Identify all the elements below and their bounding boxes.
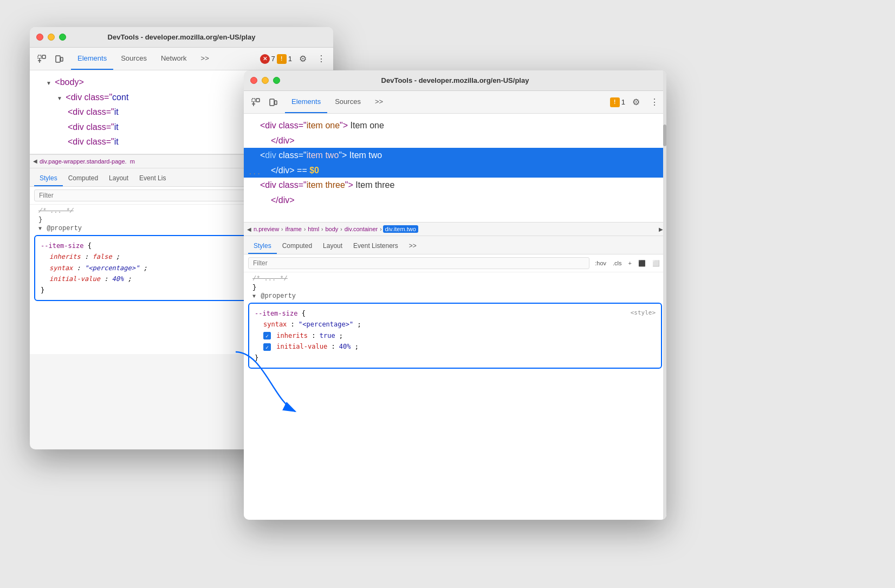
tag-front-3: <div class="item three"> [260, 180, 353, 190]
devtools-window-front: DevTools - developer.mozilla.org/en-US/p… [244, 70, 666, 520]
lower-tab-computed-front[interactable]: Computed [277, 239, 317, 254]
filter-hov-btn[interactable]: :hov [593, 259, 608, 268]
inspector-icon-front[interactable] [248, 95, 263, 110]
tag-div-it3: <div class="it [68, 137, 119, 146]
text-front-1: Item one [351, 121, 384, 130]
at-property-triangle-back: ▼ [38, 226, 42, 232]
svg-rect-11 [275, 101, 277, 104]
tag-div-it1: <div class="it [68, 107, 119, 116]
prop-syntax-front: syntax [263, 321, 287, 328]
dom-line-front-closediv3: </div> [244, 193, 666, 208]
css-inherits-front: ✓ inherits : true ; [255, 330, 656, 341]
warn-badge-front: ! 1 [610, 97, 625, 107]
lower-tab-layout-front[interactable]: Layout [317, 239, 348, 254]
device-icon[interactable] [51, 51, 67, 67]
scrollbar-thumb-front[interactable] [663, 125, 666, 146]
breadcrumb-item-2[interactable]: m [129, 158, 136, 165]
lower-tab-computed-back[interactable]: Computed [63, 171, 103, 186]
css-propname-front: --item-size [255, 310, 297, 317]
filter-cls-btn[interactable]: .cls [611, 259, 624, 268]
warn-count-back: 1 [288, 55, 292, 63]
checkbox-inherits-front[interactable]: ✓ [263, 332, 271, 339]
styles-content-front: /* ... */ } ▼ @property --item-size { [244, 272, 666, 373]
tab-sources-front[interactable]: Sources [328, 91, 367, 113]
maximize-button-front[interactable] [273, 77, 280, 84]
dom-line-front-selected2: </div> == $0 [244, 163, 666, 178]
minimize-button-back[interactable] [48, 34, 55, 41]
more-icon-back[interactable]: ⋮ [314, 51, 329, 67]
at-property-triangle-front: ▼ [252, 293, 256, 299]
error-count-back: 7 [271, 55, 275, 63]
breadcrumb-item-1[interactable]: div.page-wrapper.standard-page. [38, 158, 128, 165]
prop-initial-front: initial-value [276, 343, 327, 350]
tab-sources-back[interactable]: Sources [114, 48, 153, 70]
dollar-sign-front: $0 [309, 166, 319, 175]
settings-icon-back[interactable]: ⚙ [295, 51, 310, 67]
breadcrumb-iframe[interactable]: iframe [284, 226, 303, 232]
breadcrumb-left-arrow[interactable]: ◀ [33, 158, 37, 164]
tab-more-back[interactable]: >> [194, 48, 216, 70]
breadcrumb-n-preview[interactable]: n.preview [252, 226, 280, 232]
lower-tab-layout-back[interactable]: Layout [103, 171, 134, 186]
scrollbar-front[interactable] [663, 70, 666, 520]
lower-tab-more-front[interactable]: >> [404, 239, 422, 254]
breadcrumb-div-item-two[interactable]: div.item.two [383, 225, 418, 233]
filter-input-front[interactable] [248, 257, 589, 269]
window-title-front: DevTools - developer.mozilla.org/en-US/p… [381, 76, 529, 84]
text-front-selected: Item two [349, 151, 382, 160]
tag-front-selected1: <div class="item two"> [260, 151, 347, 160]
breadcrumb-body[interactable]: body [324, 226, 339, 232]
traffic-lights-front [250, 77, 280, 84]
breadcrumb-left-arrow-front[interactable]: ◀ [247, 226, 251, 232]
titlebar-back: DevTools - developer.mozilla.org/en-US/p… [30, 27, 333, 48]
filter-snapshot-btn[interactable]: ⬛ [636, 259, 648, 268]
svg-rect-0 [38, 55, 41, 58]
tag-front-1: <div class="item one"> [260, 121, 348, 130]
breadcrumb-html[interactable]: html [307, 226, 320, 232]
breadcrumb-right-arrow-front[interactable]: ▶ [659, 226, 663, 232]
css-source-front: <style> [631, 308, 656, 319]
filter-bar-front: :hov .cls + ⬛ ⬜ [244, 254, 666, 272]
minimize-button-front[interactable] [262, 77, 269, 84]
more-icon-front[interactable]: ⋮ [647, 95, 662, 110]
dom-panel-front: <div class="item one"> Item one </div> <… [244, 114, 666, 222]
tag-div-cont: <div class="cont [66, 93, 128, 102]
prop-syntax-back: syntax [49, 264, 73, 272]
lower-tabs-front: Styles Computed Layout Event Listeners >… [244, 236, 666, 254]
css-syntax-front: syntax : "<percentage>" ; [255, 319, 656, 330]
tab-network-back[interactable]: Network [154, 48, 193, 70]
val-syntax-back: "<percentage>" [85, 264, 139, 272]
device-icon-front[interactable] [265, 95, 281, 110]
inspector-icon[interactable] [34, 51, 49, 67]
lower-tab-eventlis-back[interactable]: Event Lis [134, 171, 171, 186]
tab-elements-front[interactable]: Elements [285, 91, 327, 113]
close-button-back[interactable] [36, 34, 43, 41]
filter-add-btn[interactable]: + [626, 259, 634, 268]
lower-tab-styles-back[interactable]: Styles [34, 171, 63, 186]
warn-count-front: 1 [621, 98, 625, 106]
settings-icon-front[interactable]: ⚙ [628, 95, 644, 110]
css-block-front: --item-size { <style> syntax : "<percent… [248, 303, 662, 369]
lower-tab-eventlis-front[interactable]: Event Listeners [348, 239, 404, 254]
titlebar-front: DevTools - developer.mozilla.org/en-US/p… [244, 70, 666, 91]
checkbox-initial-front[interactable]: ✓ [263, 343, 271, 351]
toolbar-tabs-back: Elements Sources Network >> [71, 48, 216, 70]
maximize-button-back[interactable] [59, 34, 66, 41]
tab-elements-back[interactable]: Elements [71, 48, 113, 70]
filter-layout-btn[interactable]: ⬜ [650, 259, 662, 268]
tag-front-closediv: </div> [271, 136, 295, 145]
tag-front-closediv3: </div> [271, 195, 295, 205]
at-property-label-front: @property [261, 292, 296, 300]
svg-rect-10 [270, 99, 274, 106]
filter-buttons-front: :hov .cls + ⬛ ⬜ [593, 259, 662, 268]
tab-more-front[interactable]: >> [368, 91, 390, 113]
breadcrumb-div-container[interactable]: div.container [343, 226, 379, 232]
tag-front-selected2: </div> == [271, 166, 309, 175]
lower-tab-styles-front[interactable]: Styles [248, 239, 277, 254]
at-property-front: ▼ @property [244, 292, 666, 300]
close-button-front[interactable] [250, 77, 257, 84]
svg-rect-4 [56, 56, 60, 62]
styles-close-top-front: } [244, 283, 666, 292]
dom-line-front-selected1: <div class="item two"> Item two [244, 148, 666, 163]
val-syntax-front: "<percentage>" [299, 321, 353, 328]
